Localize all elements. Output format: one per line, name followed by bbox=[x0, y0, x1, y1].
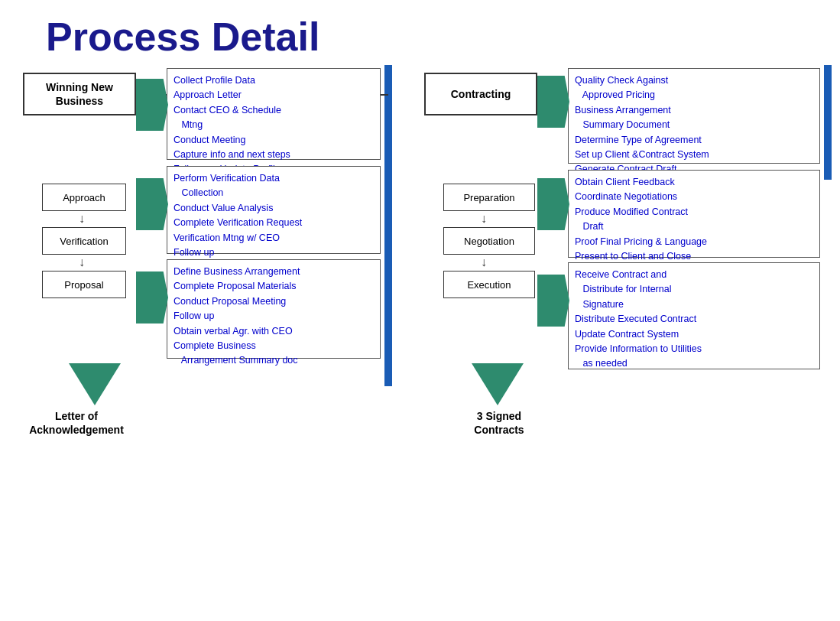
contracting-box: Contracting bbox=[424, 73, 537, 115]
teal-arrow-left-3 bbox=[136, 271, 168, 324]
left-detail-box-3: Define Business ArrangementComplete Prop… bbox=[167, 259, 381, 359]
arrow-1: ↓ bbox=[79, 212, 85, 226]
teal-arrow-right-2 bbox=[537, 178, 569, 230]
teal-arrow-left-1 bbox=[136, 79, 168, 131]
teal-arrow-right-1 bbox=[537, 76, 569, 128]
right-border-bar bbox=[824, 65, 832, 180]
arrow-2: ↓ bbox=[79, 255, 85, 269]
left-detail-box-1: Collect Profile DataApproach LetterConta… bbox=[167, 68, 381, 160]
page-title: Process Detail bbox=[0, 0, 840, 67]
signed-contracts-label: 3 Signed Contracts bbox=[438, 409, 560, 437]
left-detail-box-2: Perform Verification Data CollectionCond… bbox=[167, 166, 381, 254]
negotiation-box: Negotiation bbox=[443, 227, 535, 255]
arrow-right-2: ↓ bbox=[481, 255, 487, 269]
right-detail-box-2: Obtain Client FeedbackCoordinate Negotia… bbox=[568, 170, 820, 258]
teal-arrow-left-2 bbox=[136, 178, 168, 230]
middle-divider bbox=[384, 65, 392, 386]
winning-new-business-box: Winning New Business bbox=[23, 73, 136, 115]
right-detail-box-1: Quality Check Against Approved PricingBu… bbox=[568, 68, 820, 164]
verification-box: Verification bbox=[42, 227, 126, 255]
arrow-right-1: ↓ bbox=[481, 212, 487, 226]
proposal-box: Proposal bbox=[42, 271, 126, 298]
approach-box: Approach bbox=[42, 184, 126, 211]
right-detail-box-3: Receive Contract and Distribute for Inte… bbox=[568, 262, 820, 369]
letter-acknowledgement-label: Letter of Acknowledgement bbox=[15, 409, 138, 437]
h-connector-middle bbox=[381, 94, 388, 96]
execution-box: Execution bbox=[443, 271, 535, 298]
teal-arrow-right-3 bbox=[537, 275, 569, 327]
preparation-box: Preparation bbox=[443, 184, 535, 211]
teal-arrow-down-left bbox=[69, 363, 121, 405]
teal-arrow-down-right bbox=[472, 363, 524, 405]
